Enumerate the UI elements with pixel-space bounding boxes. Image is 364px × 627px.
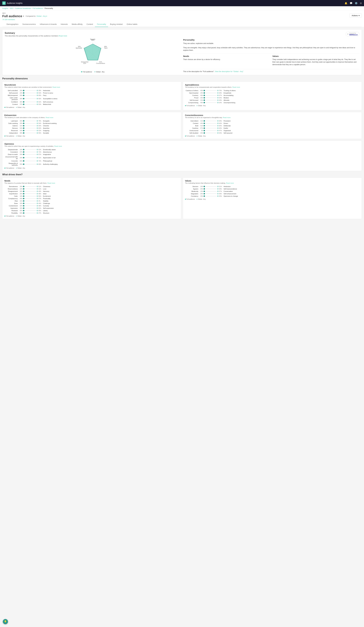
agreeableness-legend: Full audience Global - Any — [185, 105, 360, 106]
needs-section: Needs Their choices are driven by a desi… — [183, 55, 270, 68]
dot-global — [217, 100, 219, 101]
bell-icon[interactable]: 🔔 — [345, 2, 347, 4]
trait-row: Reservedness 22% 52% Love — [4, 188, 179, 190]
trait-right-label: Uncompromising — [223, 102, 360, 104]
header-area: SEO Full audience ▾ Compared to: Global … — [0, 11, 364, 27]
extraversion-read-more[interactable]: Read more — [46, 117, 53, 118]
breadcrumb-full-audience[interactable]: Full audience — [33, 7, 43, 9]
grid-icon[interactable]: ⊞ — [360, 2, 362, 4]
global-any-link[interactable]: Global - Any ▾ — [37, 15, 47, 17]
trait-bar-area: 44% 64% — [200, 123, 223, 124]
breadcrumb-insights[interactable]: Insights — [2, 7, 8, 9]
trait-right-label: Altruistic — [223, 99, 360, 101]
trait-bar-area: 47% 72% — [19, 151, 42, 153]
trait-line — [205, 95, 217, 96]
trait-bar-area: 33% 44% — [19, 203, 42, 204]
trait-right-label: Susceptible to stress — [43, 98, 179, 100]
trait-right-label: Dutiful — [223, 127, 360, 129]
needs-read-more[interactable]: Read more — [47, 182, 55, 184]
gear-icon[interactable]: ⚙️ — [355, 2, 358, 4]
needs-card-title: Needs — [4, 180, 179, 182]
trait-left-label: Mild-tempered — [4, 95, 19, 96]
trait-bar-area: 45% 55% — [19, 210, 42, 211]
dot-full-audience — [23, 186, 24, 187]
needs-legend: Full audience Global - Any — [4, 215, 179, 217]
trait-row: Restraint 45% 55% Liberty — [4, 210, 179, 211]
conscientiousness-legend: Full audience Global - Any — [185, 135, 360, 137]
trait-left-label: Demure — [4, 127, 19, 129]
trait-bar-area: 43% 54% — [200, 132, 223, 134]
values-card-desc: The motivating factors that influence th… — [185, 182, 360, 184]
tab-demographics[interactable]: Demographics — [4, 22, 20, 27]
tab-socioeconomics[interactable]: Socioeconomics — [20, 22, 38, 27]
tab-online-habits[interactable]: Online habits — [125, 22, 139, 27]
dot-full-audience — [204, 125, 205, 126]
trait-row: Modernity 10% 57% Conservation — [185, 190, 360, 192]
trait-bar-area: 25% 59% — [200, 188, 223, 190]
breadcrumb-seo[interactable]: SEO — [10, 7, 13, 9]
openness-read-more[interactable]: Read more — [54, 145, 62, 147]
global-dropdown[interactable]: ▾ — [46, 15, 47, 17]
trait-left-label: Concrete — [4, 160, 19, 162]
audience-dropdown[interactable]: ▾ — [23, 15, 24, 17]
trait-line — [25, 196, 36, 196]
dot-full-audience — [204, 95, 205, 96]
tab-buying-mindset[interactable]: Buying mindset — [108, 22, 125, 27]
svg-text:Conscientious: Conscientious — [96, 63, 105, 64]
neuroticism-read-more[interactable]: Read more — [52, 86, 60, 88]
tab-media-affinity[interactable]: Media affinity — [70, 22, 85, 27]
trait-row: Concrete 55% 72% Philosophical — [4, 160, 360, 162]
dot-global — [37, 203, 38, 204]
breadcrumb-current: Personality — [45, 7, 53, 9]
tab-content[interactable]: Content — [85, 22, 95, 27]
values-legend: Full audience Global - Any — [185, 198, 360, 200]
trait-bar-area: 29% 54% — [19, 123, 42, 124]
view-global-link[interactable]: View the description for "Global - Any". — [215, 70, 244, 72]
trait-right-label: Cheerful — [43, 125, 179, 127]
dot-full-audience — [204, 195, 205, 197]
agreeableness-read-more[interactable]: Read more — [232, 86, 240, 88]
chat-icon[interactable]: 💬 — [350, 2, 353, 4]
dot-full-audience — [204, 97, 205, 99]
neuroticism-desc: The extent to which their emotions are s… — [4, 86, 179, 88]
trait-line — [25, 208, 36, 208]
dot-global — [217, 186, 219, 187]
conscientiousness-read-more[interactable]: Read more — [223, 117, 230, 118]
trait-line — [205, 121, 217, 121]
drives-grid: Needs The aspects of a product that are … — [2, 178, 362, 219]
breadcrumb-audience-breakdown[interactable]: Audience breakdown — [15, 7, 31, 9]
tab-interests[interactable]: Interests — [59, 22, 70, 27]
needs-card-desc: The aspects of a product that are likely… — [4, 182, 179, 184]
trait-right-label: Melancholic — [43, 104, 179, 105]
audience-label: SEO — [2, 12, 47, 14]
trait-bar-area: 20% 69% — [19, 95, 42, 96]
tab-personality[interactable]: Personality — [95, 22, 108, 27]
summary-title-area: Summary This describes the personality c… — [5, 32, 67, 37]
trait-bar-area: 49% 55% — [19, 132, 42, 134]
summary-read-more[interactable]: Read more — [59, 35, 67, 37]
trait-left-label: Self-focused — [185, 99, 199, 101]
needs-values: Needs Their choices are driven by a desi… — [183, 53, 359, 68]
dot-full-audience — [23, 200, 24, 202]
tab-influencers[interactable]: Influencers & brands — [38, 22, 59, 27]
trait-right-label: Modest — [223, 97, 360, 99]
dot-global — [37, 123, 38, 124]
dot-full-audience — [204, 130, 205, 131]
values-read-more[interactable]: Read more — [226, 182, 234, 184]
dot-global — [217, 102, 219, 103]
dot-global — [37, 127, 38, 129]
dot-global — [37, 191, 38, 192]
dot-global — [37, 163, 38, 165]
actions-button[interactable]: Actions ▾ — [350, 13, 362, 18]
radar-container: 49% Neurotic 49% Open 61% Conscientious … — [5, 39, 181, 73]
dot-full-audience — [23, 151, 24, 153]
trait-line — [25, 121, 36, 121]
trait-left-label: Solemn — [4, 125, 19, 127]
dot-full-audience — [23, 212, 24, 214]
trait-line — [205, 98, 217, 98]
trait-right-label: Prone to worry — [43, 92, 179, 94]
dot-global — [37, 130, 38, 131]
trait-line — [25, 102, 36, 102]
trait-bar-area: 29% 41% — [19, 157, 42, 158]
dot-full-audience — [204, 102, 205, 103]
